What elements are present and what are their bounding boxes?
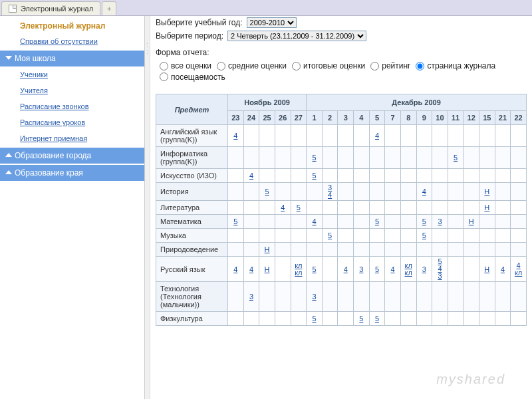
grade-cell[interactable] (228, 147, 244, 169)
report-option-4[interactable]: страница журнала (412, 61, 495, 70)
report-option-5[interactable]: посещаемость (156, 72, 225, 82)
grade-cell[interactable] (243, 215, 259, 229)
grade-cell[interactable] (354, 201, 370, 215)
grade-cell[interactable] (322, 125, 338, 147)
grade-cell[interactable] (369, 243, 385, 257)
report-radio-2[interactable] (292, 62, 301, 70)
year-select[interactable]: 2009-2010 (247, 17, 297, 28)
grade-cell[interactable] (511, 215, 527, 229)
grade-cell[interactable] (243, 125, 259, 147)
grade-cell[interactable]: 5 (307, 312, 323, 326)
grade-cell[interactable] (243, 183, 259, 201)
grade-cell[interactable] (307, 183, 323, 201)
grade-cell[interactable] (354, 147, 370, 169)
grade-cell[interactable]: Н (464, 215, 479, 229)
grade-cell[interactable] (432, 243, 448, 257)
grade-cell[interactable] (464, 312, 479, 326)
grade-cell[interactable] (338, 201, 354, 215)
grade-cell[interactable] (338, 183, 354, 201)
grade-cell[interactable] (275, 215, 291, 229)
grade-cell[interactable] (400, 312, 416, 326)
grade-cell[interactable] (275, 229, 291, 243)
grade-cell[interactable] (479, 169, 495, 183)
grade-cell[interactable]: 4 (385, 257, 401, 282)
grade-cell[interactable] (511, 169, 527, 183)
grade-cell[interactable] (400, 215, 416, 229)
grade-cell[interactable]: 4 (243, 169, 259, 183)
grade-cell[interactable]: клкл (400, 257, 416, 282)
grade-cell[interactable] (354, 169, 370, 183)
grade-cell[interactable] (479, 215, 495, 229)
grade-cell[interactable] (464, 257, 479, 282)
report-radio-5[interactable] (160, 72, 168, 81)
grade-cell[interactable]: Н (259, 243, 275, 257)
grade-cell[interactable] (385, 147, 401, 169)
period-select[interactable]: 2 Четверть (23.11.2009 - 31.12.2009) (227, 31, 366, 41)
grade-cell[interactable] (243, 243, 259, 257)
grade-cell[interactable] (416, 312, 432, 326)
grade-cell[interactable] (322, 312, 338, 326)
grade-cell[interactable] (448, 215, 464, 229)
grade-cell[interactable] (464, 201, 479, 215)
grade-cell[interactable] (448, 257, 464, 282)
report-radio-1[interactable] (217, 62, 225, 70)
grade-cell[interactable]: Н (479, 183, 495, 201)
grade-cell[interactable] (259, 125, 275, 147)
grade-cell[interactable]: 4 (228, 125, 244, 147)
grade-cell[interactable] (259, 282, 275, 312)
grade-cell[interactable] (275, 183, 291, 201)
grade-cell[interactable] (432, 229, 448, 243)
grade-cell[interactable]: Н (259, 257, 275, 282)
tab-new[interactable]: + (102, 1, 116, 15)
grade-cell[interactable] (291, 183, 307, 201)
grade-cell[interactable] (479, 147, 495, 169)
report-radio-0[interactable] (160, 62, 168, 70)
grade-cell[interactable] (400, 147, 416, 169)
grade-cell[interactable]: 4 (228, 257, 244, 282)
grade-cell[interactable]: 5 (369, 215, 385, 229)
grade-cell[interactable] (307, 229, 323, 243)
grade-cell[interactable] (511, 147, 527, 169)
grade-cell[interactable] (479, 243, 495, 257)
sidebar-item-0-0[interactable]: Ученики (0, 66, 144, 82)
grade-cell[interactable] (385, 229, 401, 243)
sidebar-item-0-3[interactable]: Расписание уроков (0, 114, 144, 130)
grade-cell[interactable]: 5 (322, 229, 338, 243)
grade-cell[interactable] (354, 282, 370, 312)
grade-cell[interactable]: Н (479, 257, 495, 282)
grade-cell[interactable] (385, 183, 401, 201)
grade-cell[interactable]: 5 (448, 147, 464, 169)
grade-cell[interactable] (275, 282, 291, 312)
grade-cell[interactable] (385, 282, 401, 312)
grade-cell[interactable] (385, 243, 401, 257)
grade-cell[interactable] (511, 183, 527, 201)
grade-cell[interactable] (369, 229, 385, 243)
grade-cell[interactable] (307, 125, 323, 147)
grade-cell[interactable] (338, 282, 354, 312)
grade-cell[interactable] (322, 215, 338, 229)
grade-cell[interactable] (322, 282, 338, 312)
grade-cell[interactable] (369, 147, 385, 169)
grade-cell[interactable] (338, 215, 354, 229)
grade-cell[interactable]: 5 (307, 169, 323, 183)
grade-cell[interactable] (307, 243, 323, 257)
grade-cell[interactable] (354, 229, 370, 243)
grade-cell[interactable] (416, 282, 432, 312)
report-option-1[interactable]: средние оценки (213, 61, 287, 70)
grade-cell[interactable] (400, 169, 416, 183)
grade-cell[interactable]: 5 (307, 257, 323, 282)
grade-cell[interactable]: 5 (228, 215, 244, 229)
grade-cell[interactable] (416, 169, 432, 183)
grade-cell[interactable] (495, 215, 511, 229)
grade-cell[interactable] (495, 125, 511, 147)
grade-cell[interactable] (416, 201, 432, 215)
grade-cell[interactable] (369, 183, 385, 201)
grade-cell[interactable] (495, 201, 511, 215)
grade-cell[interactable]: 5 (416, 215, 432, 229)
grade-cell[interactable] (511, 125, 527, 147)
grade-cell[interactable] (322, 147, 338, 169)
grade-cell[interactable]: 3 (354, 257, 370, 282)
grade-cell[interactable] (291, 282, 307, 312)
grade-cell[interactable] (495, 183, 511, 201)
sidebar-group-2[interactable]: Образование края (0, 165, 144, 181)
